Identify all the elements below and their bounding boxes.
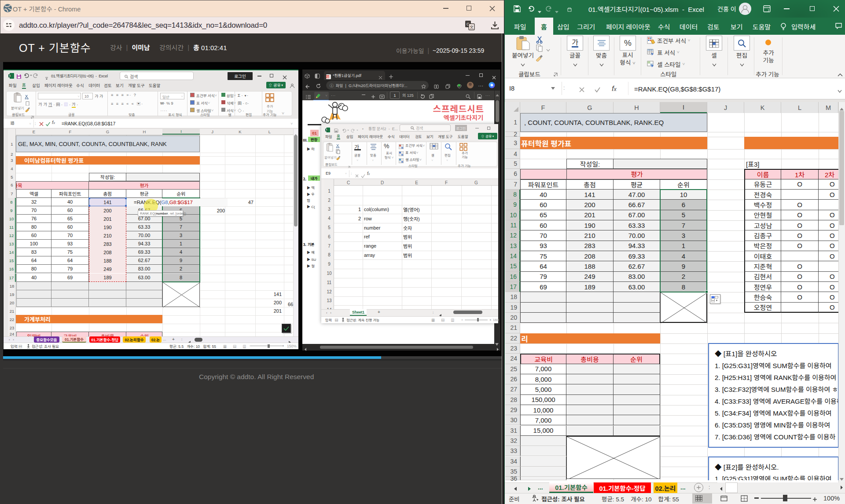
svg-text:PDF: PDF — [326, 76, 330, 78]
svg-text:X: X — [9, 74, 11, 77]
svg-text:X: X — [326, 128, 327, 131]
svg-text:文: 文 — [470, 24, 474, 30]
